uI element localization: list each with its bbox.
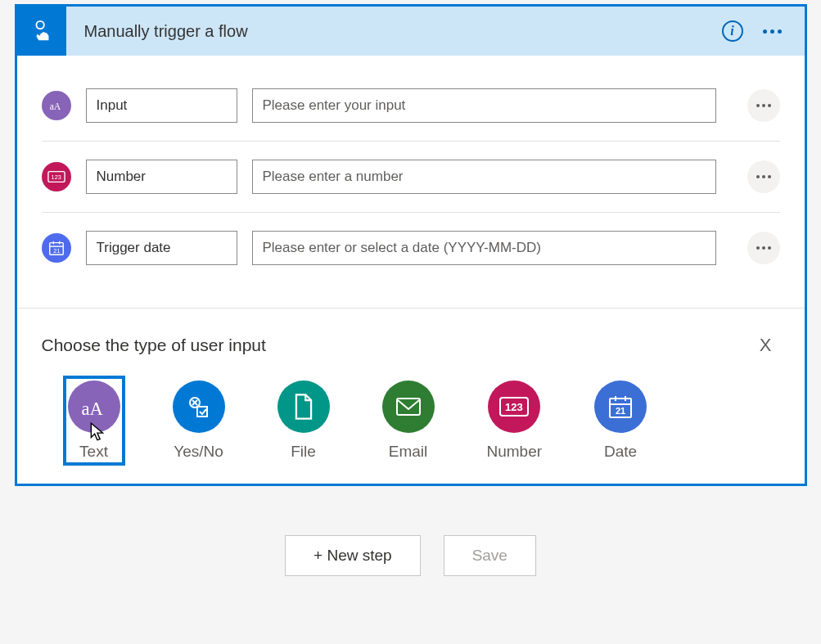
type-label: Email (389, 443, 428, 461)
svg-text:123: 123 (505, 401, 523, 413)
type-option-yesno[interactable]: Yes/No (168, 376, 230, 466)
number-icon: 123 (488, 381, 540, 433)
card-menu-button[interactable] (758, 25, 787, 38)
info-icon[interactable]: i (722, 20, 743, 42)
number-type-icon: 123 (42, 162, 71, 191)
type-option-text[interactable]: aA Text (63, 376, 125, 466)
close-chooser-button[interactable]: X (751, 331, 780, 359)
touch-icon (29, 19, 54, 43)
input-more-button[interactable] (747, 89, 780, 122)
card-body: aA 123 (17, 56, 805, 308)
trigger-card: Manually trigger a flow i aA 123 (15, 4, 807, 486)
yesno-icon (173, 381, 225, 433)
input-more-button[interactable] (747, 160, 780, 193)
text-icon: aA (68, 381, 120, 433)
input-more-button[interactable] (747, 232, 780, 264)
email-icon (382, 381, 435, 433)
input-name-field[interactable] (86, 231, 237, 265)
type-label: Date (604, 443, 637, 461)
chooser-title: Choose the type of user input (42, 336, 266, 355)
svg-text:123: 123 (51, 173, 61, 181)
text-type-icon: aA (42, 91, 71, 120)
input-row-date: 21 (42, 213, 780, 283)
flow-footer: + New step Save (4, 535, 817, 576)
type-label: File (291, 443, 316, 461)
card-title: Manually trigger a flow (66, 22, 722, 41)
type-option-file[interactable]: File (273, 376, 335, 466)
input-description-field[interactable] (252, 88, 716, 123)
type-option-date[interactable]: 21 Date (589, 376, 652, 466)
input-row-number: 123 (42, 142, 780, 213)
input-name-field[interactable] (86, 88, 237, 123)
date-icon: 21 (594, 381, 647, 433)
header-actions: i (722, 20, 805, 42)
input-name-field[interactable] (86, 160, 237, 194)
chooser-header: Choose the type of user input X (42, 331, 780, 359)
svg-text:21: 21 (616, 406, 625, 416)
svg-text:aA: aA (49, 101, 61, 112)
save-button[interactable]: Save (444, 535, 536, 576)
new-step-button[interactable]: + New step (285, 535, 421, 576)
input-description-field[interactable] (252, 160, 716, 194)
input-description-field[interactable] (252, 231, 716, 265)
type-label: Text (79, 443, 108, 461)
type-grid: aA Text Yes/No (42, 376, 780, 466)
type-option-email[interactable]: Email (377, 376, 440, 466)
input-type-chooser: Choose the type of user input X aA Text (17, 308, 805, 484)
file-icon (277, 381, 330, 433)
svg-text:21: 21 (53, 247, 60, 254)
svg-rect-14 (397, 399, 420, 415)
input-row-text: aA (42, 70, 780, 142)
card-header: Manually trigger a flow i (17, 7, 805, 56)
date-type-icon: 21 (42, 233, 71, 263)
svg-text:aA: aA (81, 399, 103, 419)
trigger-icon (17, 7, 66, 56)
type-label: Yes/No (174, 443, 223, 461)
type-option-number[interactable]: 123 Number (482, 376, 548, 466)
type-label: Number (487, 443, 543, 461)
